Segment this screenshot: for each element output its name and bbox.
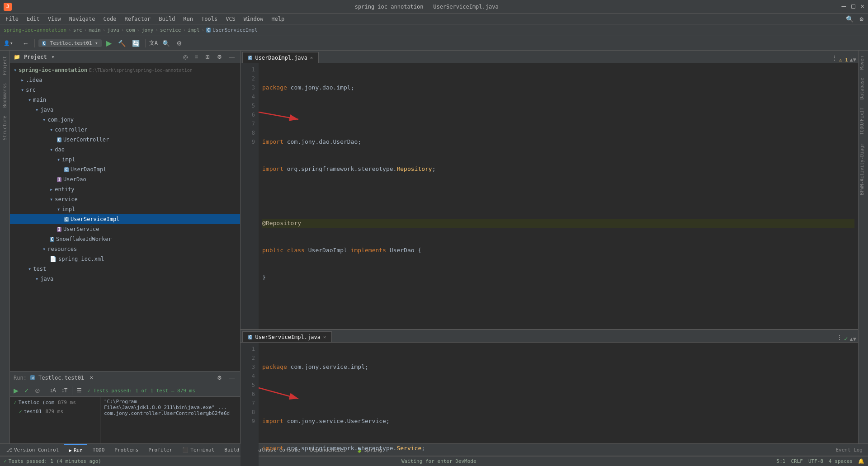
tree-item-userserviceimpl[interactable]: C UserServiceImpl — [10, 214, 240, 224]
code-line-b2 — [262, 390, 854, 399]
breadcrumb-class[interactable]: UserServiceImpl — [212, 27, 257, 33]
bottom-tab-run[interactable]: ▶ Run — [64, 444, 87, 455]
tree-item-controller[interactable]: ▾ controller — [10, 125, 240, 135]
collapse-all-button[interactable]: ≡ — [193, 52, 200, 62]
scroll-down[interactable]: ▼ — [853, 56, 856, 63]
side-tab-bookmarks[interactable]: Bookmarks — [1, 80, 8, 111]
tree-item-test[interactable]: ▾ test — [10, 264, 240, 274]
minimize-button[interactable]: ─ — [841, 2, 846, 11]
side-tab-maven[interactable]: Maven — [859, 52, 868, 73]
tree-item-main[interactable]: ▾ main — [10, 95, 240, 105]
run-button[interactable]: ▶ — [104, 38, 113, 48]
side-tab-bpmn[interactable]: BPWN-Activity-Diagr — [859, 140, 868, 198]
tree-item-test-java[interactable]: ▾ java — [10, 274, 240, 284]
tree-item-resources[interactable]: ▾ resources — [10, 244, 240, 254]
side-tab-project[interactable]: Project — [1, 52, 8, 79]
back-button[interactable]: ← — [21, 38, 31, 48]
search-everywhere-icon[interactable]: 🔍 — [843, 14, 856, 24]
editor-menu-button-2[interactable]: ⋮ — [835, 332, 844, 342]
scroll-down-2[interactable]: ▼ — [853, 336, 856, 342]
menu-code[interactable]: Code — [100, 15, 120, 23]
side-tab-structure[interactable]: Structure — [1, 112, 8, 144]
maximize-button[interactable]: □ — [851, 2, 855, 11]
menu-build[interactable]: Build — [155, 15, 179, 23]
menu-vcs[interactable]: VCS — [222, 15, 239, 23]
search-button[interactable]: 🔍 — [160, 38, 172, 48]
menu-view[interactable]: View — [44, 15, 65, 23]
breadcrumb-main[interactable]: main — [89, 27, 101, 33]
settings-icon[interactable]: ⚙ — [857, 14, 866, 24]
sync-button[interactable]: 🔄 — [130, 38, 142, 48]
menu-navigate[interactable]: Navigate — [66, 15, 99, 23]
tree-item-snowflake[interactable]: C SnowflakeIdWorker — [10, 234, 240, 244]
run-settings-button[interactable]: ⚙ — [215, 373, 224, 383]
breadcrumb-service[interactable]: service — [160, 27, 181, 33]
tree-item-spring-xml[interactable]: 📄 spring_ioc.xml — [10, 254, 240, 264]
bottom-tab-version-control[interactable]: ⎇ Version Control — [2, 444, 63, 455]
sort-alpha-button[interactable]: ↕A — [48, 386, 58, 395]
translate-icon[interactable]: 文A — [149, 39, 158, 47]
close-button[interactable]: ✕ — [861, 2, 864, 11]
breadcrumb-src[interactable]: src — [73, 27, 82, 33]
tree-item-java[interactable]: ▾ java — [10, 105, 240, 115]
gear-icon[interactable]: ⚙ — [215, 52, 224, 62]
editor-menu-button[interactable]: ⋮ — [830, 53, 839, 63]
breadcrumb-project[interactable]: spring-ioc-annotation — [4, 27, 66, 33]
tree-item-entity[interactable]: ▸ entity — [10, 184, 240, 194]
window-controls[interactable]: ─ □ ✕ — [841, 2, 864, 11]
project-dropdown-icon[interactable]: ▾ — [52, 54, 55, 60]
project-config-dropdown[interactable]: 👤▾ — [4, 40, 13, 46]
bottom-tab-problems[interactable]: Problems — [110, 444, 143, 455]
bottom-tab-todo[interactable]: TODO — [88, 444, 109, 455]
close-run-tab-button[interactable]: ✕ — [88, 373, 95, 383]
tree-item-src[interactable]: ▾ src — [10, 85, 240, 95]
rerun-button[interactable]: ▶ — [12, 386, 20, 395]
tab-userdaoimpl[interactable]: C UserDaoImpl.java ✕ — [242, 52, 319, 63]
side-tab-todo[interactable]: TODO/FixIT — [859, 104, 868, 138]
tree-item-dao[interactable]: ▾ dao — [10, 145, 240, 155]
tree-item-userdaoimpl[interactable]: C UserDaoImpl — [10, 165, 240, 174]
scroll-up-2[interactable]: ▲ — [850, 336, 853, 342]
tree-view-button[interactable]: ☰ — [75, 386, 84, 395]
menu-window[interactable]: Window — [240, 15, 267, 23]
tree-item-root[interactable]: ▾ spring-ioc-annotation E:\TLWork\spring… — [10, 65, 240, 75]
check-button[interactable]: ✓ — [22, 386, 31, 395]
tree-item-idea[interactable]: ▸ .idea — [10, 75, 240, 85]
run-test-root[interactable]: ✓ Testloc (com 879 ms — [12, 398, 98, 407]
breadcrumb-jony[interactable]: jony — [142, 27, 154, 33]
close-panel-button[interactable]: — — [227, 52, 236, 62]
run-config-dropdown[interactable]: C Testloc.test01 ▾ — [38, 39, 102, 47]
tab-close-icon[interactable]: ✕ — [310, 55, 313, 60]
breadcrumb-com[interactable]: com — [126, 27, 135, 33]
locate-button[interactable]: ◎ — [181, 52, 189, 62]
tree-item-service[interactable]: ▾ service — [10, 194, 240, 204]
bottom-tab-terminal[interactable]: ⬛ Terminal — [178, 444, 219, 455]
tab-close-icon[interactable]: ✕ — [323, 334, 326, 339]
menu-run[interactable]: Run — [179, 15, 197, 23]
build-button[interactable]: 🔨 — [116, 38, 127, 48]
tab-userserviceimpl[interactable]: C UserServiceImpl.java ✕ — [242, 331, 332, 342]
scroll-up[interactable]: ▲ — [850, 56, 853, 63]
menu-tools[interactable]: Tools — [198, 15, 221, 23]
tree-item-userservice[interactable]: I UserService — [10, 224, 240, 234]
menu-file[interactable]: File — [2, 15, 22, 23]
tree-item-usercontroller[interactable]: C UserController — [10, 135, 240, 145]
tree-item-userdao[interactable]: I UserDao — [10, 174, 240, 184]
menu-edit[interactable]: Edit — [23, 15, 43, 23]
menu-refactor[interactable]: Refactor — [121, 15, 154, 23]
tree-item-com-jony[interactable]: ▾ com.jony — [10, 115, 240, 125]
side-tab-database[interactable]: Database — [859, 74, 868, 103]
breadcrumb-impl[interactable]: impl — [188, 27, 200, 33]
breadcrumb-java[interactable]: java — [107, 27, 119, 33]
tree-item-service-impl[interactable]: ▾ impl — [10, 204, 240, 214]
tree-item-dao-impl[interactable]: ▾ impl — [10, 155, 240, 165]
bottom-tab-profiler[interactable]: Profiler — [144, 444, 177, 455]
settings-button[interactable]: ⚙ — [175, 38, 184, 48]
stop-button[interactable]: ⊘ — [33, 386, 42, 395]
run-minimize-button[interactable]: — — [227, 373, 236, 383]
expand-all-button[interactable]: ⊞ — [203, 52, 212, 62]
sort-time-button[interactable]: ↕T — [60, 386, 69, 395]
menu-help[interactable]: Help — [268, 15, 288, 23]
run-test-item-1[interactable]: ✓ test01 879 ms — [12, 407, 98, 416]
code-line-b3: import com.jony.service.UserService; — [262, 417, 854, 426]
